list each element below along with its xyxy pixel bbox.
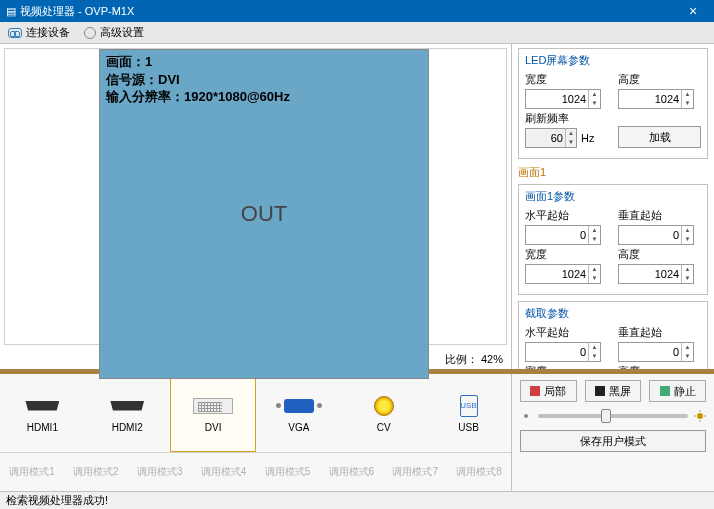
black-icon bbox=[595, 386, 605, 396]
window-title: 视频处理器 - OVP-M1X bbox=[20, 4, 134, 19]
port-label: HDMI2 bbox=[112, 422, 143, 433]
out-label: OUT bbox=[241, 201, 287, 227]
mode-8: 调用模式8 bbox=[447, 465, 511, 479]
advanced-settings-button[interactable]: 高级设置 bbox=[84, 25, 144, 40]
mode-5: 调用模式5 bbox=[256, 465, 320, 479]
black-button[interactable]: 黑屏 bbox=[585, 380, 642, 402]
screen1-title: 画面1参数 bbox=[525, 189, 701, 204]
dvi-icon bbox=[193, 398, 233, 414]
connect-device-button[interactable]: 连接设备 bbox=[8, 25, 70, 40]
led-params-title: LED屏幕参数 bbox=[525, 53, 701, 68]
crop-hstart-label: 水平起始 bbox=[525, 325, 608, 340]
led-width-label: 宽度 bbox=[525, 72, 608, 87]
connect-label: 连接设备 bbox=[26, 25, 70, 40]
s1-height-label: 高度 bbox=[618, 247, 701, 262]
output-screen-box[interactable]: 画面：1 信号源：DVI 输入分辨率：1920*1080@60Hz OUT bbox=[99, 49, 429, 379]
status-bar: 检索视频处理器成功! bbox=[0, 491, 714, 509]
port-label: CV bbox=[377, 422, 391, 433]
led-params-group: LED屏幕参数 宽度 ▲▼ 高度 ▲▼ 刷新频率 ▲▼ Hz bbox=[518, 48, 708, 159]
mode-row: 调用模式1调用模式2调用模式3调用模式4调用模式5调用模式6调用模式7调用模式8 bbox=[0, 452, 511, 490]
svg-point-1 bbox=[697, 413, 703, 419]
mode-1: 调用模式1 bbox=[0, 465, 64, 479]
s1-vstart-label: 垂直起始 bbox=[618, 208, 701, 223]
preview-area: 画面：1 信号源：DVI 输入分辨率：1920*1080@60Hz OUT 比例… bbox=[0, 44, 512, 369]
ratio-value: 42% bbox=[481, 353, 503, 365]
s1-width-label: 宽度 bbox=[525, 247, 608, 262]
svg-point-0 bbox=[524, 414, 528, 418]
crop-hstart-input[interactable]: ▲▼ bbox=[525, 342, 601, 362]
s1-hstart-input[interactable]: ▲▼ bbox=[525, 225, 601, 245]
brightness-high-icon bbox=[694, 410, 706, 422]
port-usb[interactable]: USBUSB bbox=[426, 374, 511, 452]
close-button[interactable]: × bbox=[678, 3, 708, 19]
input-resolution: 输入分辨率：1920*1080@60Hz bbox=[106, 88, 290, 106]
crop-vstart-input[interactable]: ▲▼ bbox=[618, 342, 694, 362]
crop-height-label: 高度 bbox=[618, 364, 701, 369]
hz-label: Hz bbox=[581, 132, 594, 144]
refresh-input[interactable]: ▲▼ bbox=[525, 128, 577, 148]
port-cv[interactable]: CV bbox=[341, 374, 426, 452]
load-button[interactable]: 加载 bbox=[618, 126, 701, 148]
brightness-slider[interactable] bbox=[538, 414, 688, 418]
freeze-icon bbox=[660, 386, 670, 396]
screen1-tab[interactable]: 画面1 bbox=[518, 165, 708, 180]
led-width-input[interactable]: ▲▼ bbox=[525, 89, 601, 109]
port-dvi[interactable]: DVI bbox=[170, 374, 257, 452]
screen1-params-group: 画面1参数 水平起始 ▲▼ 垂直起始 ▲▼ 宽度 ▲▼ 高度 ▲▼ bbox=[518, 184, 708, 295]
port-selector: HDMI1HDMI2DVIVGACVUSBUSB bbox=[0, 374, 511, 452]
port-hdmi1[interactable]: HDMI1 bbox=[0, 374, 85, 452]
local-icon bbox=[530, 386, 540, 396]
toolbar: 连接设备 高级设置 bbox=[0, 22, 714, 44]
right-panel: LED屏幕参数 宽度 ▲▼ 高度 ▲▼ 刷新频率 ▲▼ Hz bbox=[512, 44, 714, 369]
port-hdmi2[interactable]: HDMI2 bbox=[85, 374, 170, 452]
crop-vstart-label: 垂直起始 bbox=[618, 325, 701, 340]
crop-params-group: 截取参数 水平起始 ▲▼ 垂直起始 ▲▼ 宽度 ▲▼ 高度 ▲▼ bbox=[518, 301, 708, 369]
mode-2: 调用模式2 bbox=[64, 465, 128, 479]
port-label: VGA bbox=[288, 422, 309, 433]
led-height-label: 高度 bbox=[618, 72, 701, 87]
hdmi2-icon bbox=[110, 401, 144, 411]
vga-icon bbox=[284, 399, 314, 413]
screen-number: 画面：1 bbox=[106, 53, 290, 71]
port-label: USB bbox=[458, 422, 479, 433]
mode-4: 调用模式4 bbox=[192, 465, 256, 479]
port-vga[interactable]: VGA bbox=[256, 374, 341, 452]
port-label: DVI bbox=[205, 422, 222, 433]
mode-7: 调用模式7 bbox=[383, 465, 447, 479]
s1-vstart-input[interactable]: ▲▼ bbox=[618, 225, 694, 245]
brightness-low-icon bbox=[520, 410, 532, 422]
save-user-mode-button[interactable]: 保存用户模式 bbox=[520, 430, 706, 452]
mode-3: 调用模式3 bbox=[128, 465, 192, 479]
port-label: HDMI1 bbox=[27, 422, 58, 433]
advanced-label: 高级设置 bbox=[100, 25, 144, 40]
led-height-input[interactable]: ▲▼ bbox=[618, 89, 694, 109]
ratio-label: 比例： bbox=[445, 353, 478, 365]
s1-width-input[interactable]: ▲▼ bbox=[525, 264, 601, 284]
connect-icon bbox=[8, 28, 22, 38]
crop-title: 截取参数 bbox=[525, 306, 701, 321]
titlebar: ▤ 视频处理器 - OVP-M1X × bbox=[0, 0, 714, 22]
local-button[interactable]: 局部 bbox=[520, 380, 577, 402]
refresh-label: 刷新频率 bbox=[525, 111, 608, 126]
mode-6: 调用模式6 bbox=[319, 465, 383, 479]
s1-height-input[interactable]: ▲▼ bbox=[618, 264, 694, 284]
hdmi1-icon bbox=[25, 401, 59, 411]
cv-icon bbox=[374, 396, 394, 416]
usb-icon: USB bbox=[460, 395, 478, 417]
gear-icon bbox=[84, 27, 96, 39]
crop-width-label: 宽度 bbox=[525, 364, 608, 369]
freeze-button[interactable]: 静止 bbox=[649, 380, 706, 402]
app-icon: ▤ bbox=[6, 5, 16, 18]
s1-hstart-label: 水平起始 bbox=[525, 208, 608, 223]
signal-source: 信号源：DVI bbox=[106, 71, 290, 89]
